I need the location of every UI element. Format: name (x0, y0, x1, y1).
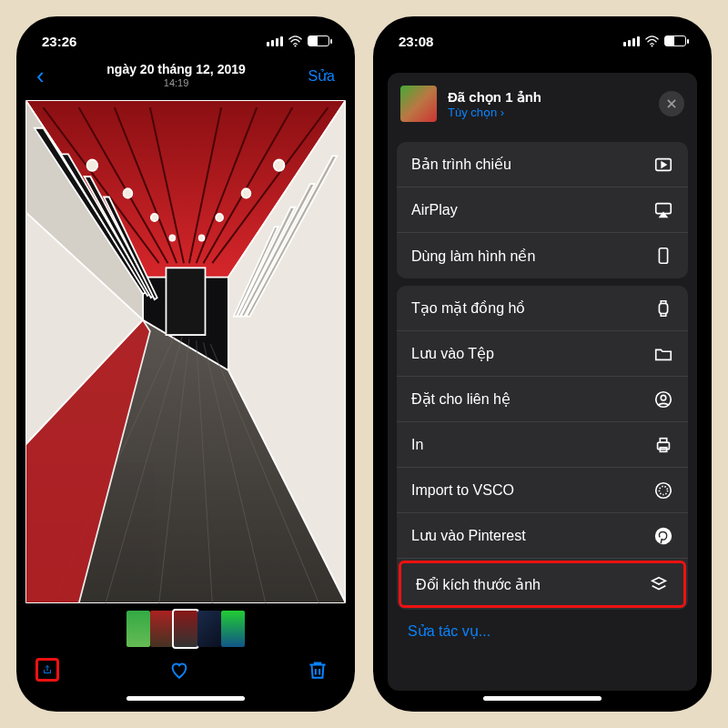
layers-icon (649, 574, 669, 594)
home-indicator[interactable] (483, 696, 602, 701)
svg-point-50 (659, 486, 667, 494)
action-row-vsco[interactable]: Import to VSCO (397, 468, 688, 513)
photo-preview[interactable] (25, 100, 346, 603)
status-icons (267, 35, 329, 47)
status-bar: 23:26 (25, 27, 346, 55)
phone-right: 23:08 Đã chọn 1 ảnh Tùy chọn › Bản trình… (373, 16, 712, 712)
svg-point-45 (661, 395, 666, 400)
thumbnail[interactable] (126, 611, 150, 647)
svg-rect-47 (660, 438, 666, 442)
vsco-icon (653, 480, 673, 500)
svg-point-15 (274, 160, 285, 171)
svg-rect-38 (166, 268, 205, 335)
phone-icon (653, 246, 673, 266)
battery-icon (308, 35, 329, 46)
nav-time: 14:19 (106, 77, 246, 89)
action-label: Đặt cho liên hệ (411, 390, 511, 408)
action-label: Đổi kích thước ảnh (416, 576, 541, 593)
thumbnail-strip[interactable] (25, 609, 346, 649)
sheet-title: Đã chọn 1 ảnh (448, 89, 541, 106)
heart-icon (167, 658, 191, 682)
action-group-1: Bản trình chiếuAirPlayDùng làm hình nền (397, 142, 688, 278)
svg-point-0 (294, 45, 296, 46)
edit-actions-link[interactable]: Sửa tác vụ... (388, 610, 697, 645)
action-row-play-rect[interactable]: Bản trình chiếu (397, 142, 688, 187)
sheet-options-link[interactable]: Tùy chọn › (448, 106, 541, 119)
action-label: AirPlay (411, 202, 458, 218)
cell-signal-icon (267, 36, 283, 46)
share-sheet: Đã chọn 1 ảnh Tùy chọn › Bản trình chiếu… (388, 73, 697, 691)
action-label: Lưu vào Pinterest (411, 527, 526, 544)
contact-icon (653, 389, 673, 410)
play-rect-icon (653, 155, 673, 175)
svg-point-11 (86, 160, 97, 171)
action-row-print[interactable]: In (397, 422, 688, 468)
thumbnail[interactable] (197, 611, 221, 647)
battery-icon (664, 35, 686, 46)
svg-point-17 (216, 214, 223, 221)
action-row-airplay[interactable]: AirPlay (397, 187, 688, 233)
action-label: Import to VSCO (411, 482, 514, 499)
svg-point-14 (169, 235, 175, 240)
pinterest-icon (653, 526, 673, 546)
wifi-icon (288, 35, 303, 47)
status-time: 23:08 (399, 34, 433, 49)
action-label: Bản trình chiếu (411, 156, 511, 173)
wifi-icon (644, 35, 660, 47)
share-button[interactable] (35, 658, 59, 682)
svg-point-39 (651, 45, 652, 46)
svg-point-16 (242, 188, 251, 197)
svg-point-12 (124, 188, 133, 197)
svg-rect-42 (659, 248, 667, 264)
photo-date-header: ngày 20 tháng 12, 2019 14:19 (106, 62, 246, 89)
action-label: In (411, 437, 423, 453)
sheet-header: Đã chọn 1 ảnh Tùy chọn › (388, 73, 697, 135)
trash-icon (306, 658, 329, 682)
selected-thumb (400, 86, 437, 122)
svg-point-13 (151, 214, 158, 221)
thumbnail[interactable] (221, 611, 245, 647)
svg-point-18 (199, 235, 205, 240)
action-row-layers[interactable]: Đổi kích thước ảnh (399, 561, 686, 608)
status-bar: 23:08 (382, 27, 703, 55)
action-label: Lưu vào Tệp (411, 345, 494, 362)
action-row-folder[interactable]: Lưu vào Tệp (397, 331, 688, 377)
action-group-2: Tạo mặt đồng hồLưu vào TệpĐặt cho liên h… (397, 286, 688, 610)
action-label: Tạo mặt đồng hồ (411, 299, 525, 317)
action-row-phone[interactable]: Dùng làm hình nền (397, 233, 688, 278)
bottom-toolbar (25, 649, 346, 691)
back-chevron-icon[interactable]: ‹ (36, 62, 45, 90)
svg-point-49 (656, 482, 672, 498)
thumbnail[interactable] (150, 611, 174, 647)
edit-button[interactable]: Sửa (308, 67, 335, 85)
status-icons (623, 35, 686, 47)
cell-signal-icon (623, 36, 640, 46)
airplay-icon (653, 200, 673, 220)
thumbnail[interactable] (174, 611, 197, 647)
nav-date: ngày 20 tháng 12, 2019 (106, 62, 246, 77)
watch-icon (653, 298, 673, 318)
action-label: Dùng làm hình nền (411, 248, 535, 265)
home-indicator[interactable] (126, 696, 245, 701)
action-row-pinterest[interactable]: Lưu vào Pinterest (397, 513, 688, 559)
share-icon (42, 664, 53, 675)
close-button[interactable] (659, 91, 684, 116)
favorite-button[interactable] (167, 658, 191, 682)
folder-icon (653, 344, 673, 364)
action-row-watch[interactable]: Tạo mặt đồng hồ (397, 286, 688, 331)
svg-rect-43 (659, 303, 667, 313)
action-row-contact[interactable]: Đặt cho liên hệ (397, 377, 688, 422)
svg-point-51 (655, 527, 672, 543)
nav-bar: ‹ ngày 20 tháng 12, 2019 14:19 Sửa (25, 55, 346, 96)
phone-left: 23:26 ‹ ngày 20 tháng 12, 2019 14:19 Sửa (16, 16, 355, 712)
delete-button[interactable] (306, 658, 329, 682)
close-icon (665, 97, 678, 110)
status-time: 23:26 (42, 34, 76, 49)
print-icon (653, 435, 673, 455)
